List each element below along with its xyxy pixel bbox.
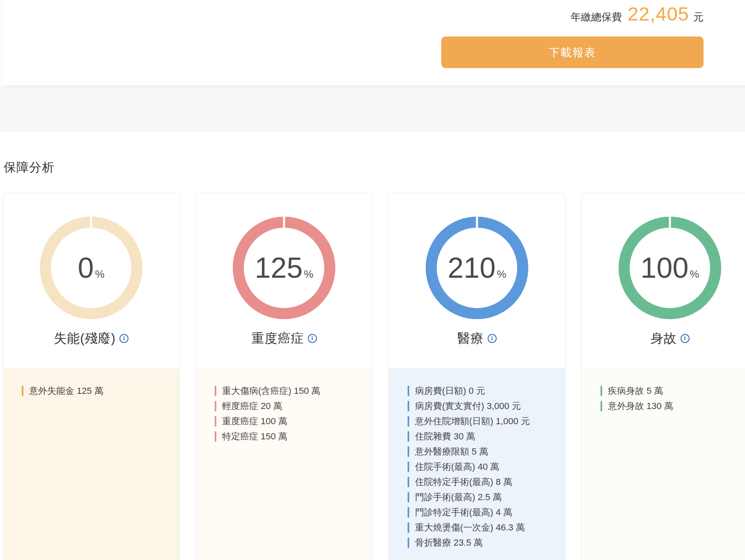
coverage-card-disability: 0 % 失能(殘廢) i 意外失能金 125 萬 <box>3 193 179 560</box>
donut-gap-notch <box>90 217 92 228</box>
coverage-percent: 100 % <box>641 251 699 284</box>
item-accent-bar <box>22 386 23 396</box>
item-accent-bar <box>408 462 409 472</box>
item-accent-bar <box>408 522 409 533</box>
benefit-item: 特定癌症 150 萬 <box>215 431 367 442</box>
coverage-donut: 125 % <box>233 217 335 319</box>
premium-summary-card: 年繳總保費 22,405 元 下載報表 <box>3 0 745 85</box>
card-title-row: 重度癌症 i <box>252 330 317 347</box>
benefit-item-label: 意外住院增額(日額) 1,000 元 <box>415 415 530 427</box>
annual-premium-value: 22,405 <box>628 2 689 25</box>
card-title: 失能(殘廢) <box>54 330 116 347</box>
card-title: 重度癌症 <box>252 330 304 347</box>
item-accent-bar <box>408 446 409 457</box>
benefit-item: 輕度癌症 20 萬 <box>215 401 367 411</box>
benefit-item: 重度癌症 100 萬 <box>215 416 367 427</box>
donut-center: 125 % <box>244 228 324 308</box>
section-divider-band <box>0 85 745 132</box>
benefit-item-list: 病房費(日額) 0 元病房費(實支實付) 3,000 元意外住院增額(日額) 1… <box>389 368 565 560</box>
donut-center: 0 % <box>51 228 131 308</box>
coverage-card-medical: 210 % 醫療 i 病房費(日額) 0 元病房費(實支實付) 3,000 元意… <box>389 193 565 560</box>
benefit-item-label: 骨折醫療 23.5 萬 <box>415 537 483 549</box>
benefit-item-label: 特定癌症 150 萬 <box>222 430 287 443</box>
info-icon[interactable]: i <box>488 334 497 343</box>
benefit-item-label: 病房費(實支實付) 3,000 元 <box>415 400 521 412</box>
benefit-item: 病房費(日額) 0 元 <box>408 386 560 396</box>
item-accent-bar <box>215 401 216 411</box>
card-title: 身故 <box>651 330 677 347</box>
coverage-percent-value: 0 <box>78 251 94 284</box>
item-accent-bar <box>601 401 602 411</box>
benefit-item: 住院手術(最高) 40 萬 <box>408 462 560 472</box>
benefit-item-label: 意外醫療限額 5 萬 <box>415 446 488 458</box>
benefit-item-label: 意外身故 130 萬 <box>608 400 673 412</box>
coverage-donut: 210 % <box>426 217 528 319</box>
coverage-percent-value: 100 <box>641 251 689 284</box>
benefit-item: 意外身故 130 萬 <box>601 401 745 411</box>
coverage-percent: 125 % <box>255 251 314 284</box>
card-top-section: 100 % 身故 i <box>582 193 745 368</box>
donut-gap-notch <box>283 217 285 228</box>
benefit-item-list: 疾病身故 5 萬意外身故 130 萬 <box>582 368 745 560</box>
coverage-donut: 100 % <box>619 217 721 319</box>
item-accent-bar <box>408 416 409 427</box>
donut-center: 210 % <box>437 228 517 308</box>
annual-premium-unit: 元 <box>693 10 704 24</box>
card-title-row: 醫療 i <box>458 330 497 347</box>
info-icon[interactable]: i <box>119 334 128 343</box>
benefit-item-label: 重度癌症 100 萬 <box>222 415 287 427</box>
annual-premium-row: 年繳總保費 22,405 元 <box>571 2 704 25</box>
coverage-cards-row: 0 % 失能(殘廢) i 意外失能金 125 萬 125 % <box>3 193 745 560</box>
coverage-percent: 210 % <box>448 251 507 284</box>
item-accent-bar <box>408 386 409 396</box>
coverage-donut: 0 % <box>40 217 142 319</box>
info-icon[interactable]: i <box>308 334 317 343</box>
card-title-row: 身故 i <box>651 330 690 347</box>
benefit-item: 骨折醫療 23.5 萬 <box>408 537 560 548</box>
benefit-item-label: 病房費(日額) 0 元 <box>415 385 485 397</box>
item-accent-bar <box>215 416 216 427</box>
coverage-percent-value: 210 <box>448 251 496 284</box>
card-title: 醫療 <box>458 330 484 347</box>
benefit-item-list: 重大傷病(含癌症) 150 萬輕度癌症 20 萬重度癌症 100 萬特定癌症 1… <box>196 368 372 560</box>
donut-center: 100 % <box>630 228 710 308</box>
benefit-item: 意外失能金 125 萬 <box>22 386 174 396</box>
benefit-item-label: 疾病身故 5 萬 <box>608 385 663 397</box>
coverage-percent: 0 % <box>78 251 104 284</box>
benefit-item-label: 重大傷病(含癌症) 150 萬 <box>222 385 321 397</box>
coverage-card-cancer: 125 % 重度癌症 i 重大傷病(含癌症) 150 萬輕度癌症 20 萬重度癌… <box>196 193 372 560</box>
benefit-item-label: 住院特定手術(最高) 8 萬 <box>415 476 512 488</box>
info-icon[interactable]: i <box>681 334 690 343</box>
benefit-item-label: 輕度癌症 20 萬 <box>222 400 282 412</box>
benefit-item: 門診手術(最高) 2.5 萬 <box>408 492 560 503</box>
benefit-item-list: 意外失能金 125 萬 <box>3 368 179 560</box>
item-accent-bar <box>215 431 216 442</box>
donut-gap-notch <box>669 217 671 228</box>
card-top-section: 0 % 失能(殘廢) i <box>3 193 179 368</box>
benefit-item-label: 重大燒燙傷(一次金) 46.3 萬 <box>415 521 525 534</box>
item-accent-bar <box>601 386 602 396</box>
item-accent-bar <box>215 386 216 396</box>
percent-symbol: % <box>95 268 104 281</box>
donut-gap-notch <box>476 217 478 228</box>
benefit-item: 住院特定手術(最高) 8 萬 <box>408 477 560 487</box>
card-title-row: 失能(殘廢) i <box>54 330 128 347</box>
card-top-section: 210 % 醫療 i <box>389 193 565 368</box>
benefit-item-label: 住院手術(最高) 40 萬 <box>415 461 499 473</box>
benefit-item: 意外住院增額(日額) 1,000 元 <box>408 416 560 427</box>
annual-premium-label: 年繳總保費 <box>571 10 622 24</box>
benefit-item: 住院雜費 30 萬 <box>408 431 560 442</box>
benefit-item: 病房費(實支實付) 3,000 元 <box>408 401 560 411</box>
benefit-item: 疾病身故 5 萬 <box>601 386 745 396</box>
item-accent-bar <box>408 431 409 442</box>
coverage-card-death: 100 % 身故 i 疾病身故 5 萬意外身故 130 萬 <box>582 193 745 560</box>
benefit-item-label: 門診手術(最高) 2.5 萬 <box>415 491 502 503</box>
item-accent-bar <box>408 401 409 411</box>
item-accent-bar <box>408 492 409 503</box>
download-report-button[interactable]: 下載報表 <box>441 37 704 68</box>
percent-symbol: % <box>690 268 699 281</box>
item-accent-bar <box>408 507 409 518</box>
benefit-item-label: 門診特定手術(最高) 4 萬 <box>415 506 512 519</box>
coverage-analysis-title: 保障分析 <box>4 159 55 176</box>
percent-symbol: % <box>497 268 506 281</box>
